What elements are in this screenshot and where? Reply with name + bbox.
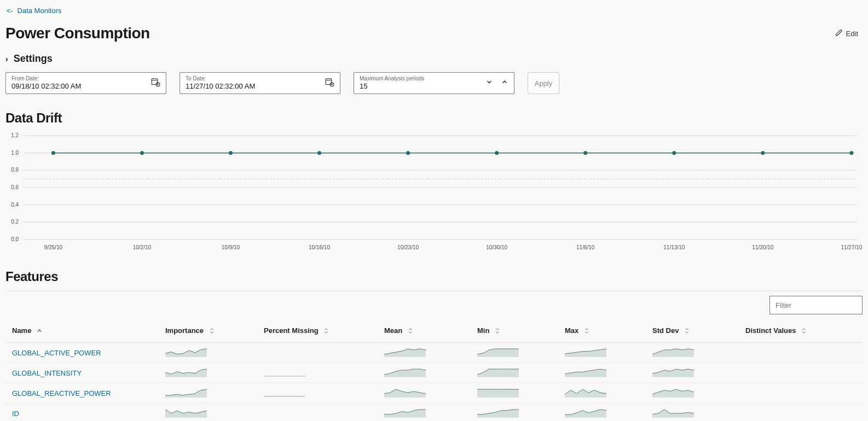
col-distinct[interactable]: Distinct Values (739, 319, 863, 343)
sort-icon (495, 328, 500, 335)
arrow-left-icon: <- (7, 7, 13, 15)
importance-spark (159, 383, 257, 404)
svg-text:0.6: 0.6 (11, 184, 19, 190)
sort-icon (801, 328, 807, 335)
svg-point-19 (51, 151, 55, 155)
mean-spark (378, 343, 471, 363)
col-min[interactable]: Min (471, 319, 558, 343)
svg-text:11/20/10: 11/20/10 (752, 244, 773, 250)
drift-chart: 0.00.20.40.60.81.01.29/25/1010/2/1010/9/… (5, 132, 863, 253)
stddev-spark (646, 363, 739, 383)
chevron-down-icon[interactable] (485, 78, 493, 87)
table-row: GLOBAL_REACTIVE_POWER (5, 383, 863, 404)
max-periods-field[interactable]: Maximum Analysis periods 15 (354, 72, 514, 94)
importance-spark (159, 343, 257, 363)
distinct-cell (739, 363, 863, 383)
importance-spark (159, 363, 257, 383)
max-spark (558, 383, 646, 404)
max-periods-value: 15 (360, 82, 424, 90)
svg-point-23 (406, 151, 410, 155)
pencil-icon (835, 29, 843, 38)
section-features: Features (5, 269, 863, 284)
min-spark (471, 343, 558, 363)
apply-label: Apply (535, 79, 553, 87)
svg-text:10/2/10: 10/2/10 (133, 244, 152, 250)
feature-link[interactable]: ID (12, 410, 19, 418)
max-spark (558, 363, 646, 383)
from-date-value: 09/18/10 02:32:00 AM (11, 82, 81, 90)
sort-asc-icon (37, 328, 42, 335)
svg-point-27 (761, 151, 765, 155)
breadcrumb-back[interactable]: <- Data Monitors (5, 4, 863, 19)
svg-text:10/9/10: 10/9/10 (222, 244, 240, 250)
svg-point-22 (317, 151, 321, 155)
mean-spark (378, 404, 471, 422)
distinct-cell (739, 343, 863, 363)
col-name[interactable]: Name (5, 319, 159, 343)
table-row: ID (5, 404, 863, 422)
settings-toggle[interactable]: › Settings (5, 53, 863, 65)
stddev-spark (646, 383, 739, 404)
svg-point-24 (495, 151, 499, 155)
feature-name-cell: GLOBAL_ACTIVE_POWER (5, 343, 159, 363)
mean-spark (378, 363, 471, 383)
feature-name-cell: GLOBAL_INTENSITY (5, 363, 159, 383)
sort-icon (684, 328, 690, 335)
col-max[interactable]: Max (558, 319, 646, 343)
distinct-cell (739, 404, 863, 422)
table-row: GLOBAL_ACTIVE_POWER (5, 343, 863, 363)
page-title: Power Consumption (5, 25, 150, 42)
svg-point-25 (583, 151, 587, 155)
min-spark (471, 404, 558, 422)
svg-text:1.0: 1.0 (11, 150, 19, 156)
sort-icon (584, 328, 589, 335)
pct-missing-spark (257, 363, 378, 383)
sort-icon (408, 328, 413, 335)
calendar-clock-icon[interactable] (151, 77, 160, 89)
features-table: Name Importance Percent Missing Mean Min (5, 319, 863, 421)
edit-label: Edit (846, 30, 858, 38)
to-date-value: 11/27/10 02:32:00 AM (186, 82, 255, 90)
apply-button[interactable]: Apply (528, 72, 559, 94)
col-importance[interactable]: Importance (159, 319, 257, 343)
col-stddev[interactable]: Std Dev (646, 319, 739, 343)
svg-text:10/16/10: 10/16/10 (309, 244, 330, 250)
filter-input[interactable] (769, 296, 863, 314)
svg-text:10/23/10: 10/23/10 (397, 244, 419, 250)
svg-text:0.0: 0.0 (11, 236, 19, 242)
max-spark (558, 404, 646, 422)
pct-missing-spark (257, 383, 378, 404)
svg-text:0.4: 0.4 (11, 202, 19, 208)
feature-name-cell: GLOBAL_REACTIVE_POWER (5, 383, 159, 404)
sort-icon (209, 328, 215, 335)
distinct-cell (739, 383, 863, 404)
stddev-spark (646, 343, 739, 363)
feature-link[interactable]: GLOBAL_ACTIVE_POWER (12, 349, 101, 357)
svg-text:11/27/10: 11/27/10 (841, 244, 862, 250)
svg-text:11/6/10: 11/6/10 (576, 244, 595, 250)
feature-name-cell: ID (5, 404, 159, 422)
calendar-clock-icon[interactable] (325, 77, 334, 89)
to-date-field[interactable]: To Date: 11/27/10 02:32:00 AM (180, 72, 340, 94)
to-date-label: To Date: (186, 75, 255, 81)
feature-link[interactable]: GLOBAL_REACTIVE_POWER (12, 389, 111, 397)
table-row: GLOBAL_INTENSITY (5, 363, 863, 383)
edit-button[interactable]: Edit (831, 27, 863, 40)
chevron-up-icon[interactable] (501, 78, 508, 87)
svg-text:0.2: 0.2 (11, 219, 19, 225)
svg-text:9/25/10: 9/25/10 (44, 244, 63, 250)
stddev-spark (646, 404, 739, 422)
from-date-label: From Date: (11, 75, 81, 81)
sort-icon (323, 328, 329, 335)
from-date-field[interactable]: From Date: 09/18/10 02:32:00 AM (5, 72, 166, 94)
col-mean[interactable]: Mean (378, 319, 471, 343)
chevron-right-icon: › (5, 55, 8, 63)
col-pct-missing[interactable]: Percent Missing (257, 319, 378, 343)
pct-missing-spark (257, 404, 378, 422)
breadcrumb-label: Data Monitors (18, 7, 62, 15)
settings-label: Settings (14, 53, 53, 65)
importance-spark (159, 404, 257, 422)
feature-link[interactable]: GLOBAL_INTENSITY (12, 369, 82, 377)
pct-missing-spark (257, 343, 378, 363)
svg-point-26 (672, 151, 676, 155)
